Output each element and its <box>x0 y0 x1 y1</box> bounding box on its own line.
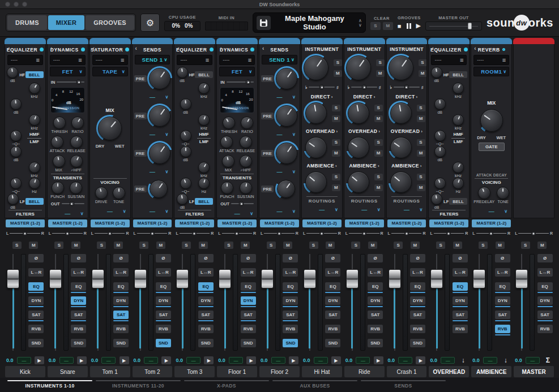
solo-button[interactable]: S <box>521 242 530 249</box>
processor-button-snd[interactable]: SND <box>325 339 340 347</box>
strip-top-bar[interactable] <box>47 38 88 44</box>
eq-hmf-freq-knob[interactable] <box>29 114 40 126</box>
volume-fader[interactable] <box>430 253 443 353</box>
ambience-level-knob[interactable] <box>305 171 327 193</box>
ambience-solo-button[interactable]: S <box>374 174 383 180</box>
sends-bottom-select[interactable]: —∨ <box>135 206 170 216</box>
routings-label[interactable]: ROUTINGS <box>349 196 380 204</box>
processor-active-indicator[interactable] <box>250 48 254 51</box>
eq-hmf-q-knob[interactable] <box>10 130 22 141</box>
overhead-level-knob[interactable] <box>390 137 412 158</box>
stereo-width-button[interactable]: L↔R <box>410 268 425 277</box>
ambience-level-knob[interactable] <box>348 171 369 193</box>
pitch-slider-handle[interactable] <box>362 85 367 90</box>
clear-solo-button[interactable]: S <box>370 22 381 30</box>
sustain-knob[interactable] <box>240 182 252 194</box>
phase-invert-button[interactable]: Ø <box>283 254 298 262</box>
fader-cap[interactable] <box>134 269 147 288</box>
tab-drums[interactable]: DRUMS <box>7 15 47 30</box>
pan-handle[interactable] <box>234 231 239 236</box>
processor-button-dyn[interactable]: DYN <box>453 296 468 305</box>
eq-hmf-gain-knob[interactable] <box>10 98 22 110</box>
dynamics-preset-select[interactable]: ----≡ <box>219 55 255 65</box>
fader-cap[interactable] <box>515 269 528 288</box>
punch-knob[interactable] <box>52 182 64 194</box>
threshold-knob[interactable] <box>223 117 235 129</box>
volume-fader[interactable] <box>176 253 189 353</box>
processor-active-indicator[interactable] <box>81 48 85 51</box>
threshold-knob[interactable] <box>53 117 66 129</box>
send-4-pre-button[interactable]: PRE <box>134 186 147 192</box>
output-routing-button[interactable]: MASTER (1-2) <box>387 219 426 227</box>
fader-cap[interactable] <box>346 269 359 288</box>
saturator-mode-select[interactable]: TAPE∨ <box>92 67 128 76</box>
saturator-bottom-select[interactable]: —∨ <box>92 206 128 216</box>
volume-fader[interactable] <box>389 253 401 353</box>
stereo-width-button[interactable]: L↔R <box>241 268 256 277</box>
pan-handle[interactable] <box>489 231 493 236</box>
eq-lf-bell-button[interactable]: BELL <box>195 198 213 205</box>
processor-button-sat[interactable]: SAT <box>410 311 425 319</box>
ratio-knob[interactable] <box>71 117 84 129</box>
eq-lf-bell-button[interactable]: BELL <box>25 198 44 205</box>
processor-button-sat[interactable]: SAT <box>28 311 44 319</box>
pitch-slider[interactable]: ♭♯ <box>390 84 424 91</box>
play-button play-icon[interactable]: ▶ <box>416 22 421 29</box>
pause-button pause-icon[interactable] <box>407 23 411 29</box>
dynamics-output-slider-handle[interactable] <box>239 201 244 206</box>
dynamics-input-slider-handle[interactable] <box>246 80 251 85</box>
pan-control[interactable]: LR <box>344 228 385 239</box>
dynamics-bottom-select[interactable]: —∨ <box>219 209 255 218</box>
stereo-width-button[interactable]: L↔R <box>495 268 510 277</box>
eq-lf-gain-knob[interactable] <box>177 193 188 205</box>
eq-lmf-gain-knob[interactable] <box>180 146 191 157</box>
pan-control[interactable]: LR <box>216 228 258 239</box>
phase-invert-button[interactable]: Ø <box>495 254 510 262</box>
pan-control[interactable]: LR <box>471 228 512 239</box>
processor-button-eq[interactable]: EQ <box>325 282 340 291</box>
processor-button-snd[interactable]: SND <box>71 339 86 347</box>
channel-play-button play-icon[interactable]: ▶ <box>120 356 129 364</box>
solo-button[interactable]: S <box>54 242 63 249</box>
strip-top-bar[interactable] <box>132 38 173 44</box>
solo-button[interactable]: S <box>309 242 318 249</box>
send-2-level-knob[interactable] <box>149 105 170 127</box>
processor-button-eq[interactable]: EQ <box>113 282 129 291</box>
channel-name-button[interactable]: Kick <box>5 366 45 377</box>
dynamics-mode-select[interactable]: FET∨ <box>50 67 86 76</box>
eq-hf-gain-knob[interactable] <box>177 67 188 78</box>
processor-button-eq[interactable]: EQ <box>453 282 468 291</box>
pan-handle[interactable] <box>362 231 366 236</box>
mute-button[interactable]: M <box>156 242 165 249</box>
processor-button-snd[interactable]: SND <box>113 339 129 347</box>
send-4-pre-button[interactable]: PRE <box>261 186 274 192</box>
pan-control[interactable]: LR <box>513 228 554 239</box>
channel-play-button play-icon[interactable]: ▶ <box>161 356 171 364</box>
overhead-level-knob[interactable] <box>305 137 327 158</box>
fader-cap[interactable] <box>7 269 19 288</box>
processor-button-sat[interactable]: SAT <box>453 311 468 319</box>
ratio-knob[interactable] <box>241 117 253 129</box>
page-tab-aux-buses[interactable]: AUX BUSES <box>271 379 359 392</box>
volume-fader[interactable] <box>515 253 528 353</box>
direct-mute-button[interactable]: M <box>332 115 340 122</box>
volume-fader[interactable] <box>219 253 231 353</box>
pan-handle[interactable] <box>150 231 155 236</box>
processor-button-snd[interactable]: SND <box>368 339 383 347</box>
pan-control[interactable]: LR <box>301 228 343 239</box>
pitch-slider[interactable]: ♭♯ <box>348 84 381 91</box>
page-tab-x-pads[interactable]: X-PADS <box>182 379 271 392</box>
processor-button-sat[interactable]: SAT <box>241 311 256 319</box>
instrument-mute-button[interactable]: M <box>419 70 427 77</box>
dynamics-output-slider[interactable]: OUT <box>51 200 84 207</box>
send-4-destination-select[interactable]: —∨ <box>135 167 170 176</box>
volume-fader[interactable] <box>261 253 274 353</box>
tone-knob[interactable] <box>113 187 125 199</box>
eq-hf-bell-button[interactable]: BELL <box>25 71 44 78</box>
processor-button-eq[interactable]: EQ <box>198 282 214 291</box>
strip-top-bar[interactable] <box>174 38 215 44</box>
channel-play-button play-icon[interactable]: ▶ <box>35 356 44 364</box>
processor-button-dyn[interactable]: DYN <box>368 296 383 305</box>
instrument-solo-button[interactable]: S <box>334 59 342 66</box>
back-arrow-icon[interactable]: ‹ <box>135 45 137 51</box>
